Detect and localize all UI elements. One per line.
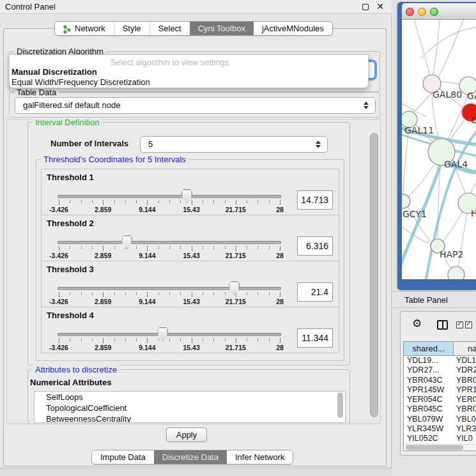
tick-mark [158,200,159,203]
gear-icon[interactable]: ⚙ [412,317,422,330]
close-icon[interactable]: ✕ [376,1,384,12]
apply-button[interactable]: Apply [166,427,207,442]
table-row[interactable]: YPR145WYPR1 [404,385,476,395]
table-row[interactable]: YIL052CYIL0 [404,434,476,443]
table-row[interactable]: YDL19...YDL1 [404,356,476,365]
checkbox-icon[interactable]: ✓ [456,321,463,328]
list-scrollbar-thumb[interactable] [337,392,343,418]
slider-axis-labels: -3.4262.8599.14415.4321.71528 [59,344,280,351]
float-window-icon[interactable] [362,4,369,10]
threshold-value-field[interactable]: 14.713 [297,190,333,210]
axis-tick-label: 15.43 [183,252,199,259]
tab-label: Cyni Toolbox [198,22,245,35]
tick-mark [269,200,270,203]
axis-tick-label: 28 [276,344,284,351]
tab-infer-network[interactable]: Infer Network [227,450,293,464]
table-row[interactable]: YLR345WYLR3 [404,424,476,434]
slider-track[interactable] [58,287,281,290]
horizontal-scrollbar-thumb[interactable] [406,445,463,450]
tick-mark [81,292,82,295]
zoom-traffic-light-icon[interactable] [430,8,438,16]
slider-track[interactable] [58,333,281,336]
network-edge[interactable] [412,93,432,113]
tab-cyni-toolbox[interactable]: Cyni Toolbox [190,22,254,35]
slider-axis-labels: -3.4262.8599.14415.4321.71528 [59,206,280,213]
table-row[interactable]: YBR043CYBR0 [404,376,476,385]
network-edge[interactable] [438,20,464,77]
minimize-traffic-light-icon[interactable] [418,8,426,16]
network-edge[interactable] [458,213,467,268]
tick-mark [269,292,270,295]
window-title: Control Panel [5,2,56,12]
table-data-combobox[interactable]: galFiltered.sif default node [15,97,376,114]
threshold-panel: Threshold 1 -3.4262.8599.14415.4321.7152… [41,169,339,215]
threshold-value-field[interactable]: 6.316 [297,236,333,256]
network-edge[interactable] [413,20,430,75]
network-edge[interactable] [440,82,459,84]
list-item[interactable]: TopologicalCoefficient [35,403,345,413]
axis-tick-label: -3.426 [49,252,68,259]
slider-ticks [59,292,280,298]
bottom-strip [0,468,392,476]
tab-jactivemnodules[interactable]: jActiveMNodules [254,22,332,35]
column-header-shared-name[interactable]: shared... [404,342,454,355]
network-node-label: GA [467,91,476,101]
tab-network[interactable]: Network [55,22,114,35]
axis-tick-label: 28 [276,206,284,213]
control-panel-tabbar: NetworkStyleSelectCyni ToolboxjActiveMNo… [54,21,333,36]
list-item[interactable]: SelfLoops [35,392,345,403]
number-of-intervals-combobox[interactable]: 5 [140,136,328,153]
network-node[interactable] [448,266,464,279]
network-edge[interactable] [438,165,440,239]
table-row[interactable]: YBL079WYBL0 [404,415,476,424]
list-item[interactable]: BetweennessCentrality [35,413,345,423]
table-row[interactable]: YDR27...YDR2 [404,365,476,375]
table-row[interactable]: YBR045CYBR0 [404,404,476,414]
tick-mark [180,292,181,295]
tick-mark [180,338,181,341]
network-node-label: H [471,208,476,219]
cell-name: YLR3 [454,424,476,434]
checkbox-icon[interactable]: ✓ [465,321,472,328]
threshold-value-field[interactable]: 21.4 [297,282,333,302]
tab-select[interactable]: Select [150,22,190,35]
network-canvas[interactable]: GAL80GACGAL11GAL4GCY1HHAP2 [402,20,476,279]
bottom-tabbar: Impute DataDiscretize DataInfer Network [91,450,293,464]
network-edge[interactable] [421,27,476,58]
slider-track[interactable] [58,241,281,244]
network-edge[interactable] [470,183,476,194]
cell-name: YDL1 [454,356,476,365]
threshold-value-field[interactable]: 11.344 [297,328,333,348]
cell-shared-name: YIL052C [404,434,454,443]
tab-label: Style [123,22,141,35]
vertical-scrollbar-thumb[interactable] [370,133,378,417]
slider-track[interactable] [58,195,281,198]
split-view-icon[interactable] [437,320,448,330]
cell-name: YBR0 [454,404,476,414]
tick-mark [203,200,203,203]
tab-discretize-data[interactable]: Discretize Data [154,450,227,464]
tab-style[interactable]: Style [114,22,150,35]
network-edge[interactable] [443,211,463,242]
numerical-attributes-list[interactable]: SelfLoopsTopologicalCoefficientBetweenne… [34,391,346,423]
axis-tick-label: 15.43 [183,206,199,213]
network-edge[interactable] [433,20,440,75]
screen: Control Panel ✕ NetworkStyleSelectCyni T… [0,0,476,476]
tab-label: Select [158,22,181,35]
network-window-titlebar [402,3,476,20]
tick-mark [125,292,126,295]
threshold-panel: Threshold 2 -3.4262.8599.14415.4321.7152… [41,215,339,261]
dropdown-item-equal-width-frequency[interactable]: Equal Width/Frequency Discretization [12,77,150,87]
network-graph[interactable]: GAL80GACGAL11GAL4GCY1HHAP2 [402,20,476,279]
close-traffic-light-icon[interactable] [406,8,414,16]
table-panel-header: Table Panel [392,291,476,308]
tick-mark [247,338,247,341]
table-row[interactable]: YER054CYER0 [404,395,476,404]
horizontal-scrollbar[interactable] [404,444,475,450]
tick-mark [257,200,258,203]
network-node-label: GAL4 [444,159,468,169]
tab-impute-data[interactable]: Impute Data [92,450,154,464]
dropdown-item-manual-discretization[interactable]: Manual Discretization [12,67,97,77]
tick-mark [192,200,192,205]
column-header-name[interactable]: na [454,342,476,355]
